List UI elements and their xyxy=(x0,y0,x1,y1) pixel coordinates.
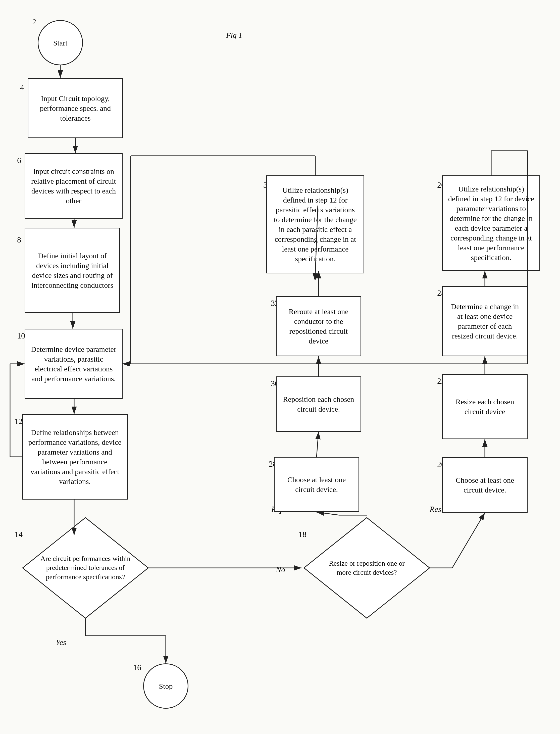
page: Fig 1 2 Start 4 Input Circuit topology, … xyxy=(0,0,560,734)
node-24: Determine a change in at least one devic… xyxy=(442,286,528,356)
node-4: Input Circuit topology, performance spec… xyxy=(28,78,123,138)
node-12: Define relationships between performance… xyxy=(22,414,128,500)
label-6: 6 xyxy=(17,156,21,165)
stop-node: Stop xyxy=(143,663,188,709)
figure-title: Fig 1 xyxy=(226,30,242,40)
node-28: Choose at least one circuit device. xyxy=(274,457,359,512)
node-10: Determine device parameter variations, p… xyxy=(25,329,123,399)
yes-label: Yes xyxy=(56,638,66,647)
node-26: Utilize relationship(s) defined in step … xyxy=(442,175,540,271)
node-18: Resize or reposition one or more circuit… xyxy=(301,515,432,621)
label-8: 8 xyxy=(17,235,21,244)
label-12: 12 xyxy=(15,417,23,426)
label-16: 16 xyxy=(133,663,141,672)
node-22: Resize each chosen circuit device xyxy=(442,374,528,439)
node-20: Choose at least one circuit device. xyxy=(442,457,528,513)
node-14: Are circuit performances within predeter… xyxy=(20,515,151,621)
start-node: Start xyxy=(38,20,83,65)
no-label: No xyxy=(276,565,285,574)
label-10: 10 xyxy=(17,331,25,340)
svg-line-17 xyxy=(317,512,339,515)
svg-line-21 xyxy=(317,432,319,457)
node-32: Reroute at least one conductor to the re… xyxy=(276,296,361,356)
node-6: Input circuit constraints on relative pl… xyxy=(25,153,123,219)
svg-line-15 xyxy=(452,513,485,568)
node-8: Define initial layout of devices includi… xyxy=(25,228,120,313)
node-36: Utilize relationship(s) defined in step … xyxy=(266,175,364,273)
label-2: 2 xyxy=(32,17,36,26)
label-4: 4 xyxy=(20,83,24,92)
node-30: Reposition each chosen circuit device. xyxy=(276,376,361,432)
